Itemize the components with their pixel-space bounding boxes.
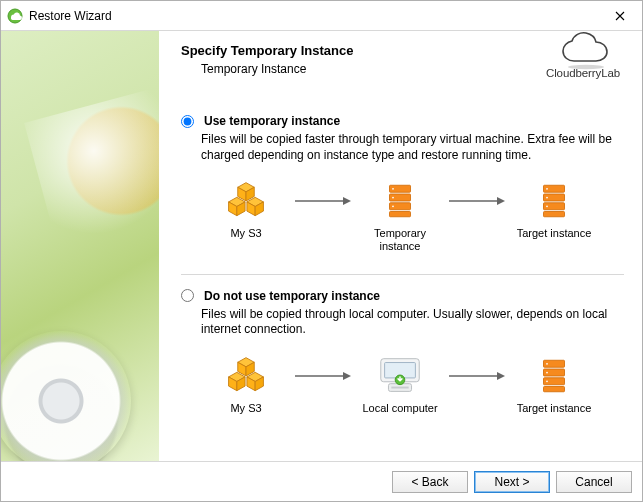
server-instance-icon: [509, 177, 599, 225]
flow-source-label: My S3: [201, 402, 291, 415]
window-title: Restore Wizard: [29, 9, 112, 23]
arrow-icon: [445, 177, 509, 225]
local-computer-icon: [355, 352, 445, 400]
flow-middle-label: Temporary instance: [355, 227, 445, 253]
brand-name: CloudberryLab: [540, 67, 626, 79]
svg-point-31: [546, 380, 548, 382]
wizard-sidebar: [1, 31, 159, 461]
server-instance-icon: [355, 177, 445, 225]
option-use-description: Files will be copied faster through temp…: [201, 132, 621, 163]
titlebar: Restore Wizard: [1, 1, 642, 31]
flow-source-label: My S3: [201, 227, 291, 240]
boxes-icon: [201, 177, 291, 225]
svg-point-7: [392, 188, 394, 190]
svg-point-8: [392, 197, 394, 199]
svg-point-9: [392, 206, 394, 208]
flow-target-label: Target instance: [509, 227, 599, 240]
svg-point-17: [546, 206, 548, 208]
flow-target-label: Target instance: [509, 402, 599, 415]
radio-skip-temporary[interactable]: [181, 289, 194, 302]
svg-rect-28: [544, 386, 565, 391]
svg-point-30: [546, 371, 548, 373]
option-use-temporary: Use temporary instance Files will be cop…: [181, 114, 624, 254]
back-button[interactable]: < Back: [392, 471, 468, 493]
arrow-icon: [291, 352, 355, 400]
svg-point-15: [546, 188, 548, 190]
next-button[interactable]: Next >: [474, 471, 550, 493]
brand-logo: CloudberryLab: [540, 31, 626, 79]
arrow-icon: [445, 352, 509, 400]
svg-rect-6: [390, 212, 411, 217]
flow-middle-label: Local computer: [355, 402, 445, 415]
arrow-icon: [291, 177, 355, 225]
close-button[interactable]: [597, 1, 642, 31]
option-use-label[interactable]: Use temporary instance: [204, 114, 340, 128]
option-skip-temporary: Do not use temporary instance Files will…: [181, 289, 624, 415]
svg-rect-14: [544, 212, 565, 217]
option-skip-label[interactable]: Do not use temporary instance: [204, 289, 380, 303]
cloud-icon: [556, 31, 610, 65]
svg-point-16: [546, 197, 548, 199]
svg-point-29: [546, 363, 548, 365]
server-instance-icon: [509, 352, 599, 400]
cancel-button[interactable]: Cancel: [556, 471, 632, 493]
separator: [181, 274, 624, 275]
option-skip-description: Files will be copied through local compu…: [201, 307, 621, 338]
boxes-icon: [201, 352, 291, 400]
svg-rect-22: [391, 386, 408, 388]
app-icon: [7, 8, 23, 24]
wizard-footer: < Back Next > Cancel: [1, 461, 642, 501]
radio-use-temporary[interactable]: [181, 115, 194, 128]
